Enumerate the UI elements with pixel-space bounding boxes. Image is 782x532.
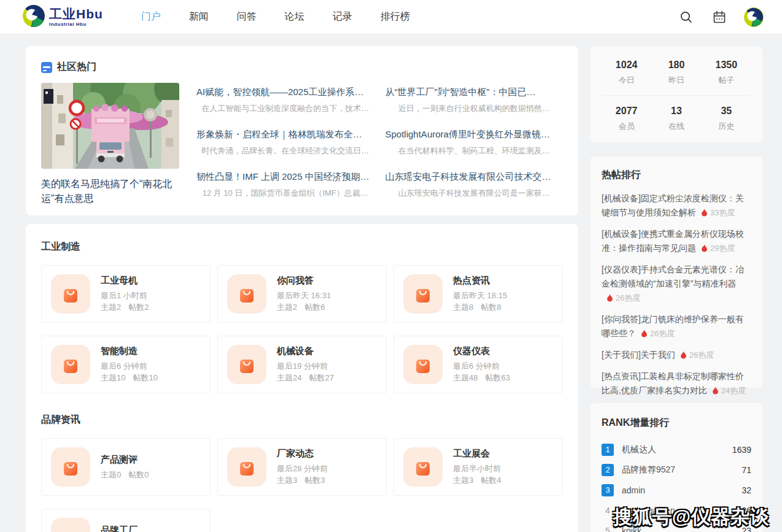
forum-counts: 主题3帖数3: [277, 474, 328, 486]
forum-name[interactable]: 品牌工厂: [101, 525, 149, 532]
forum-card[interactable]: 你问我答 最后昨天 16:31 主题2帖数6: [217, 265, 387, 323]
news-title[interactable]: 韧性凸显！IMF 上调 2025 中国经济预期…: [196, 171, 374, 183]
stat-label: 会员: [602, 121, 651, 132]
forum-card[interactable]: 品牌工厂 主题0帖数0: [41, 509, 211, 532]
forum-topics: 主题8: [453, 303, 473, 312]
news-excerpt: 时代奔涌，品牌长青。在全球经济文化交流日…: [196, 145, 374, 156]
forum-card[interactable]: 工业母机 最后1 小时前 主题2帖数2: [41, 265, 211, 323]
stat-online: 13 在线: [651, 106, 701, 132]
flame-icon: [712, 387, 719, 395]
rank-user-name[interactable]: koikk: [622, 526, 741, 532]
shopping-bag-icon: [403, 447, 443, 487]
nav-item-portal[interactable]: 门户: [141, 10, 161, 23]
heat-badge: 29热度: [701, 244, 735, 253]
shopping-bag-icon: [403, 274, 443, 314]
news-title[interactable]: 形象焕新・启程全球｜格林凯瑞发布全…: [196, 129, 374, 141]
rank-user-name[interactable]: fandougarden: [622, 506, 741, 515]
forum-name[interactable]: 厂家动态: [277, 448, 328, 460]
forum-name[interactable]: 机械设备: [277, 345, 334, 357]
flame-icon: [641, 330, 648, 337]
stat-yesterday: 180 昨日: [651, 60, 701, 86]
forum-name[interactable]: 你问我答: [277, 275, 331, 287]
community-hot-title: 社区热门: [57, 61, 96, 74]
user-avatar[interactable]: [744, 7, 764, 27]
forum-card[interactable]: 厂家动态 最后28 分钟前 主题3帖数3: [217, 438, 387, 496]
rank-number: 5: [602, 526, 614, 532]
stat-label: 在线: [651, 121, 701, 132]
news-title[interactable]: 山东瑶安电子科技发展有限公司技术交…: [385, 171, 563, 183]
stat-value: 180: [651, 60, 701, 71]
rank-user-name[interactable]: 机械达人: [622, 444, 732, 455]
forum-counts: 主题2帖数2: [101, 301, 149, 313]
news-excerpt: 在人工智能与工业制造深度融合的当下，技术…: [196, 103, 374, 114]
forum-posts: 帖数0: [128, 470, 149, 479]
shopping-bag-icon: [51, 274, 90, 314]
forum-name[interactable]: 工业母机: [101, 275, 149, 287]
featured-article[interactable]: 美的联名马思纯搞了个“南花北运”有点意思: [41, 83, 179, 206]
hot-post-item[interactable]: [热点资讯]工装检具非标定制哪家性价比高,优质厂家排名实力对比24热度: [602, 369, 751, 398]
forum-name[interactable]: 产品测评: [101, 454, 149, 466]
forum-grid-brand: 产品测评 主题0帖数0 厂家动态 最后28 分钟前 主题3帖数3: [41, 438, 563, 532]
shopping-bag-icon: [51, 447, 90, 487]
news-excerpt: 近日，一则来自行业权威机构的数据悄然…: [385, 103, 563, 114]
section-title-brand: 品牌资讯: [41, 414, 563, 426]
nav-item-ranking[interactable]: 排行榜: [381, 10, 410, 23]
forum-topics: 主题3: [453, 476, 473, 485]
forum-card[interactable]: 热点资讯 最后昨天 18:15 主题8帖数8: [393, 265, 563, 323]
forum-sections-card: 工业制造 工业母机 最后1 小时前 主题2帖数2 你问我答 最后昨天 16: [26, 224, 578, 532]
hot-posts-card: 热帖排行 [机械设备]固定式粉尘浓度检测仪：关键细节与使用须知全解析33热度 […: [590, 156, 762, 388]
news-item[interactable]: AI赋能，智控领航——2025工业操作系… 在人工智能与工业制造深度融合的当下，…: [196, 87, 374, 114]
forum-grid-industry: 工业母机 最后1 小时前 主题2帖数2 你问我答 最后昨天 16:31 主题2帖…: [41, 265, 563, 393]
flame-icon: [680, 351, 687, 359]
rank-row: 1 机械达人 1639: [602, 439, 751, 460]
rank-score: 1639: [732, 445, 751, 455]
news-title[interactable]: AI赋能，智控领航——2025工业操作系…: [196, 87, 374, 98]
news-item[interactable]: 形象焕新・启程全球｜格林凯瑞发布全… 时代奔涌，品牌长青。在全球经济文化交流日…: [196, 129, 374, 156]
search-icon[interactable]: [678, 9, 695, 26]
shopping-bag-icon: [403, 345, 443, 384]
rank-user-name[interactable]: admin: [622, 485, 741, 495]
forum-counts: 主题3帖数4: [453, 474, 501, 486]
heat-badge: 33热度: [701, 208, 735, 217]
rank-row: 3 admin 32: [602, 480, 751, 500]
nav-item-qa[interactable]: 问答: [237, 10, 257, 23]
nav-item-records[interactable]: 记录: [333, 10, 352, 23]
rank-score: 26: [741, 506, 751, 515]
forum-name[interactable]: 智能制造: [101, 345, 158, 357]
forum-name[interactable]: 仪器仪表: [453, 345, 510, 357]
hot-post-item[interactable]: [机械设备]固定式粉尘浓度检测仪：关键细节与使用须知全解析33热度: [602, 191, 751, 220]
forum-card[interactable]: 机械设备 最后19 分钟前 主题24帖数27: [217, 336, 387, 393]
news-item[interactable]: SpotlightAurora傅里叶变换红外显微镜… 在当代材料科学、制药工程、…: [385, 129, 563, 156]
featured-image[interactable]: [41, 83, 179, 169]
featured-caption[interactable]: 美的联名马思纯搞了个“南花北运”有点意思: [41, 177, 179, 206]
stat-history: 35 历史: [702, 106, 751, 132]
calendar-icon[interactable]: [711, 9, 728, 26]
nav-item-forum[interactable]: 论坛: [285, 10, 304, 23]
forum-card[interactable]: 智能制造 最后6 分钟前 主题10帖数10: [41, 336, 211, 393]
forum-card[interactable]: 仪器仪表 最后6 分钟前 主题48帖数63: [393, 336, 563, 393]
news-title[interactable]: 从“世界工厂”到“智造中枢”：中国已…: [385, 87, 563, 98]
news-item[interactable]: 韧性凸显！IMF 上调 2025 中国经济预期… 12 月 10 日，国际货币基…: [196, 171, 374, 199]
forum-name[interactable]: 工业展会: [453, 448, 501, 460]
forum-last-post: 最后半小时前: [453, 463, 501, 474]
stat-value: 1024: [602, 60, 651, 71]
hot-post-text[interactable]: [仪器仪表]手持式合金元素光谱仪：冶金检测领域的“加速引擎”与精准利器: [602, 264, 744, 288]
forum-posts: 帖数3: [304, 476, 325, 485]
forum-posts: 帖数8: [481, 303, 501, 312]
site-logo[interactable]: 工业Hbu Industrial Hbu: [22, 4, 103, 30]
hot-post-item[interactable]: [你问我答]龙门铣床的维护保养一般有哪些些？26热度: [602, 312, 751, 341]
nav-item-news[interactable]: 新闻: [189, 10, 209, 23]
forum-card[interactable]: 工业展会 最后半小时前 主题3帖数4: [393, 438, 563, 496]
forum-name[interactable]: 热点资讯: [453, 275, 507, 287]
news-title[interactable]: SpotlightAurora傅里叶变换红外显微镜…: [385, 129, 563, 141]
forum-stats-card: 1024 今日 180 昨日 1350 帖子 2077 会员 13 在线: [590, 46, 762, 142]
news-item[interactable]: 从“世界工厂”到“智造中枢”：中国已… 近日，一则来自行业权威机构的数据悄然…: [385, 87, 563, 114]
rank-user-name[interactable]: 品牌推荐9527: [622, 465, 741, 476]
hot-post-text[interactable]: [关于我们]关于我们: [602, 350, 675, 360]
forum-card[interactable]: 产品测评 主题0帖数0: [41, 438, 211, 496]
flame-icon: [606, 294, 613, 302]
news-item[interactable]: 山东瑶安电子科技发展有限公司技术交… 山东瑶安电子科技发展有限公司是一家获…: [385, 171, 563, 199]
hot-post-item[interactable]: [机械设备]便携式重金属分析仪现场校准：操作指南与常见问题29热度: [602, 227, 751, 255]
hot-post-item[interactable]: [关于我们]关于我们26热度: [602, 348, 751, 362]
hot-post-item[interactable]: [仪器仪表]手持式合金元素光谱仪：冶金检测领域的“加速引擎”与精准利器26热度: [602, 263, 751, 305]
